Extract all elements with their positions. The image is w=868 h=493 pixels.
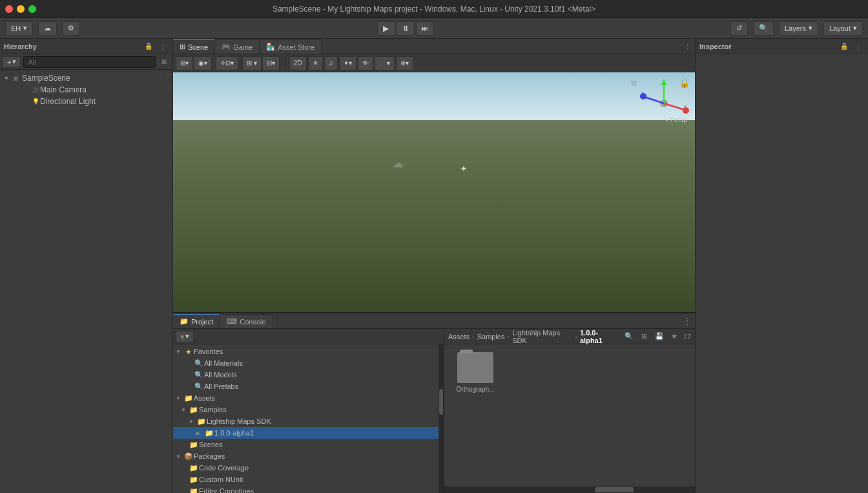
- camera-icon: 🎥: [31, 87, 40, 93]
- console-tab-label: Console: [240, 318, 265, 326]
- breadcrumb-lightship[interactable]: Lightship Maps SDK: [512, 329, 572, 344]
- toolbar-scene-visibility-button[interactable]: 👁: [358, 56, 373, 70]
- layers-dropdown[interactable]: Layers ▾: [779, 21, 818, 36]
- asset-browser: Assets › Samples › Lightship Maps SDK › …: [444, 329, 695, 493]
- asset-favorite-button[interactable]: ★: [668, 330, 681, 343]
- asset-toolbar: Assets › Samples › Lightship Maps SDK › …: [444, 329, 695, 344]
- minimize-button[interactable]: [17, 5, 25, 13]
- samples-folder-icon: 📁: [189, 406, 199, 414]
- view-tabs-more-button[interactable]: ⋮: [679, 39, 695, 54]
- scene-background: ☁ ✦ ≡ 🔒 X: [173, 72, 695, 312]
- tab-asset-store[interactable]: 🏪 Asset Store: [260, 39, 322, 54]
- hierarchy-add-button[interactable]: + ▾: [3, 56, 21, 68]
- play-button[interactable]: ▶: [377, 21, 395, 36]
- breadcrumb-assets[interactable]: Assets: [448, 333, 470, 341]
- preferences-button[interactable]: ⚙: [62, 21, 80, 36]
- tab-scene[interactable]: ⊞ Scene: [173, 39, 215, 54]
- file-tree-add-button[interactable]: + ▾: [176, 331, 194, 342]
- tree-item-sample-scene[interactable]: ▼ ⛭ SampleScene ⋮: [0, 72, 172, 84]
- asset-item-orthographic[interactable]: Orthograph...: [450, 350, 501, 395]
- toolbar-2d-button[interactable]: 2D: [289, 56, 307, 70]
- scene-viewport[interactable]: ✋ ✛ ↻ ⊡ ⊞ ⊕ ☁ ✦ ≡ 🔒: [173, 72, 695, 312]
- sun-object: ✦: [460, 163, 468, 174]
- file-tree-item-alpha1[interactable]: ▶ 📁 1.0.0-alpha1: [173, 427, 444, 439]
- file-tree-item-custom-nunit[interactable]: 📁 Custom NUnit: [173, 474, 444, 485]
- file-tree-item-all-models[interactable]: 🔍 All Models: [173, 369, 444, 381]
- file-tree-item-favorites[interactable]: ▼ ★ Favorites: [173, 346, 444, 357]
- tree-item-directional-light[interactable]: 💡 Directional Light: [0, 96, 172, 107]
- samples-label: Samples: [199, 406, 441, 414]
- inspector-more-button[interactable]: ⋮: [852, 41, 864, 52]
- file-tree-item-lightship-maps-sdk[interactable]: ▼ 📁 Lightship Maps SDK: [173, 415, 444, 427]
- maximize-button[interactable]: [28, 5, 36, 13]
- file-tree-item-editor-coroutines[interactable]: 📁 Editor Coroutines: [173, 485, 444, 493]
- scenes-label: Scenes: [199, 441, 441, 448]
- svg-marker-5: [661, 79, 667, 85]
- inspector-lock-button[interactable]: 🔒: [838, 41, 850, 52]
- asset-browser-scrollbar[interactable]: [444, 487, 695, 493]
- toolbar-grid-button[interactable]: ⊞ ▾: [242, 56, 262, 70]
- layers-label: Layers: [785, 25, 806, 32]
- tree-item-main-camera[interactable]: 🎥 Main Camera: [0, 84, 172, 96]
- hierarchy-tree: ▼ ⛭ SampleScene ⋮ 🎥 Main Camera 💡: [0, 70, 172, 493]
- scene-icon: ⛭: [12, 75, 21, 82]
- breadcrumb-samples[interactable]: Samples: [477, 333, 505, 341]
- all-models-label: All Models: [204, 371, 441, 379]
- search-button[interactable]: 🔍: [753, 21, 774, 36]
- asset-refresh-button[interactable]: ⊞: [638, 330, 650, 343]
- search-icon: 🔍: [759, 24, 768, 32]
- breadcrumb-alpha1[interactable]: 1.0.0-alpha1: [580, 329, 618, 344]
- tab-project[interactable]: 📁 Project: [173, 314, 220, 328]
- light-icon: 💡: [31, 98, 40, 105]
- all-prefabs-label: All Prefabs: [204, 383, 441, 390]
- account-button[interactable]: EH ▾: [5, 21, 33, 36]
- game-tab-icon: 🎮: [222, 43, 231, 51]
- file-tree-scroll-thumb[interactable]: [439, 389, 443, 415]
- perspective-label: < Persp: [665, 116, 687, 123]
- toolbar-audio-button[interactable]: ♫: [324, 56, 338, 70]
- scene-hamburger-icon[interactable]: ≡: [631, 78, 637, 89]
- file-tree-scrollbar[interactable]: [439, 344, 444, 493]
- file-tree-item-scenes[interactable]: 📁 Scenes: [173, 439, 444, 450]
- file-tree-item-all-materials[interactable]: 🔍 All Materials: [173, 357, 444, 369]
- toolbar-camera-button[interactable]: 🎥▾: [375, 56, 395, 70]
- file-tree-item-assets[interactable]: ▼ 📁 Assets: [173, 392, 444, 404]
- file-tree-item-all-prefabs[interactable]: 🔍 All Prefabs: [173, 381, 444, 392]
- hierarchy-filter-button[interactable]: ⊞: [158, 56, 170, 68]
- file-tree-panel: + ▾ ▼ ★ Favorites: [173, 329, 444, 493]
- editor-coroutines-icon: 📁: [189, 487, 199, 494]
- hierarchy-lock-button[interactable]: 🔒: [143, 41, 154, 52]
- account-label: EH: [11, 25, 21, 32]
- toolbar-gizmos-button[interactable]: ⊕▾: [396, 56, 413, 70]
- tree-label-directional-light: Directional Light: [40, 97, 170, 106]
- toolbar-scene-draw-button[interactable]: ⊞▾: [176, 56, 193, 70]
- asset-search-button[interactable]: 🔍: [623, 330, 636, 343]
- code-coverage-label: Code Coverage: [199, 464, 441, 472]
- close-button[interactable]: [5, 5, 13, 13]
- packages-icon: 📦: [183, 452, 194, 461]
- file-tree-item-code-coverage[interactable]: 📁 Code Coverage: [173, 462, 444, 474]
- asset-save-button[interactable]: 💾: [653, 330, 665, 343]
- cloud-button[interactable]: ☁: [38, 21, 57, 36]
- tab-console[interactable]: ⌨ Console: [220, 314, 273, 328]
- main-toolbar: EH ▾ ☁ ⚙ ▶ ⏸ ⏭ ↺ 🔍 Layers ▾ Layout ▾: [0, 18, 868, 39]
- bottom-tabs-more-button[interactable]: ⋮: [679, 314, 695, 328]
- history-button[interactable]: ↺: [730, 21, 748, 36]
- toolbar-scene-snap-button[interactable]: ◉▾: [194, 56, 212, 70]
- toolbar-pivot-button[interactable]: ✛⊡▾: [216, 56, 238, 70]
- toolbar-fx-button[interactable]: ✦▾: [339, 56, 356, 70]
- pause-button[interactable]: ⏸: [397, 21, 415, 36]
- scene-more-icon[interactable]: ⋮: [163, 75, 170, 82]
- inspector-panel: Inspector 🔒 ⋮: [695, 39, 868, 493]
- step-button[interactable]: ⏭: [416, 21, 434, 36]
- asset-browser-scroll-thumb[interactable]: [595, 487, 634, 492]
- layout-dropdown[interactable]: Layout ▾: [823, 21, 863, 36]
- file-tree-item-packages[interactable]: ▼ 📦 Packages: [173, 450, 444, 462]
- toolbar-lighting-button[interactable]: ☀: [308, 56, 323, 70]
- hierarchy-search-input[interactable]: [23, 56, 156, 68]
- asset-count: 17: [683, 333, 691, 341]
- hierarchy-more-button[interactable]: ⋮: [157, 41, 169, 52]
- tab-game[interactable]: 🎮 Game: [215, 39, 260, 54]
- toolbar-snap-settings-button[interactable]: ⊟▾: [262, 56, 280, 70]
- file-tree-item-samples[interactable]: ▼ 📁 Samples: [173, 404, 444, 415]
